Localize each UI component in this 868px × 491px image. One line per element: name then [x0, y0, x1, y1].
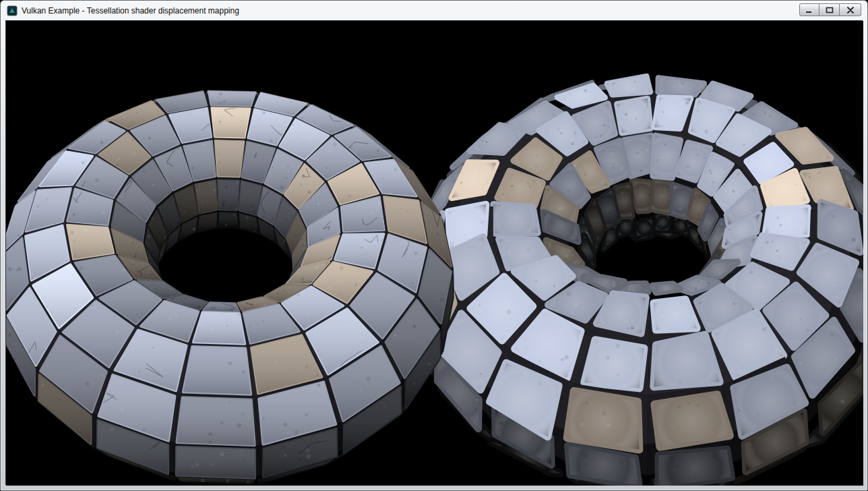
maximize-icon — [826, 7, 834, 13]
maximize-button[interactable] — [819, 3, 840, 16]
window-title: Vulkan Example - Tessellation shader dis… — [22, 6, 239, 16]
minimize-button[interactable] — [799, 3, 819, 16]
vulkan-render-canvas[interactable] — [6, 21, 863, 486]
render-viewport — [5, 20, 863, 485]
close-button[interactable] — [840, 3, 861, 16]
minimize-icon — [805, 7, 813, 13]
app-window: Vulkan Example - Tessellation shader dis… — [0, 0, 868, 491]
app-icon — [7, 5, 18, 16]
window-controls — [799, 3, 861, 16]
close-icon — [846, 7, 855, 13]
titlebar[interactable]: Vulkan Example - Tessellation shader dis… — [1, 1, 867, 20]
